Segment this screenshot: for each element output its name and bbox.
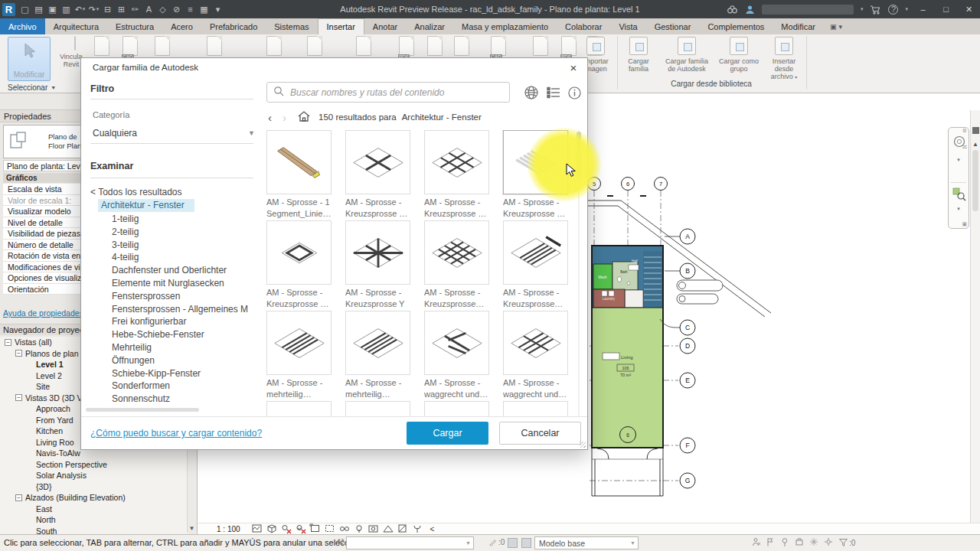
info-icon[interactable] [568, 86, 581, 102]
insert-from-file-button[interactable]: Insertardesde archivo ▾ [763, 37, 805, 78]
select-dropdown[interactable]: Seleccionar ▼ [8, 83, 56, 92]
undo-icon[interactable]: ↶▾ [74, 2, 87, 16]
help-how-to-link[interactable]: ¿Cómo puedo buscar y cargar contenido? [90, 428, 262, 439]
family-thumbnail[interactable] [503, 220, 568, 285]
temporary-hide-icon[interactable] [338, 523, 351, 534]
constraints-icon[interactable] [397, 523, 410, 534]
browser-node[interactable]: North [0, 514, 188, 526]
category-item[interactable]: Öffnungen [112, 355, 256, 368]
scrollbar-thumb[interactable] [577, 132, 581, 178]
family-tile[interactable]: AM - Sprosse - 1Segment_Linie… [266, 130, 332, 220]
worksharing-display-icon[interactable] [411, 523, 424, 534]
crop-view-icon[interactable] [309, 523, 322, 534]
family-tile[interactable]: AM - Sprosse -Kreuzsprosse… [503, 220, 568, 310]
canvas-vertical-scrollbar[interactable]: ▲ [970, 110, 980, 523]
sidebar-horizontal-scrollbar[interactable] [86, 408, 199, 412]
help-icon[interactable]: ? [888, 5, 898, 15]
tree-expander-icon[interactable]: − [15, 394, 22, 401]
gear-icon[interactable]: ⚙ [962, 128, 967, 134]
scrollbar-thumb[interactable] [972, 150, 978, 211]
scroll-up-icon[interactable]: ▲ [971, 141, 980, 148]
results-scrollbar[interactable] [576, 130, 582, 418]
properties-help-link[interactable]: Ayuda de propiedades [3, 308, 83, 318]
family-thumbnail[interactable] [345, 311, 410, 375]
browser-node[interactable]: {3D} [0, 481, 188, 493]
status-toggle-1[interactable] [508, 538, 518, 548]
family-thumbnail[interactable] [266, 311, 332, 375]
forward-icon[interactable]: › [283, 111, 286, 124]
family-tile[interactable] [266, 401, 332, 418]
load-family-button[interactable]: Cargarfamilia [619, 37, 658, 78]
category-item[interactable]: Dachfenster und Oberlichter [112, 265, 256, 278]
scroll-options-icon[interactable] [972, 127, 979, 134]
family-thumbnail[interactable] [424, 130, 489, 194]
print-icon[interactable]: ⊟ [101, 2, 114, 16]
category-item[interactable]: Fenstersprossen [112, 291, 256, 304]
tab-vista[interactable]: Vista [610, 18, 645, 34]
tab-estructura[interactable]: Estructura [107, 18, 162, 34]
dropdown-caret[interactable]: ▾ [96, 6, 100, 12]
tab-colaborar[interactable]: Colaborar [557, 18, 610, 34]
sync-icon[interactable]: ▥ [60, 2, 73, 16]
steering-wheel-icon[interactable]: 2D [952, 135, 967, 150]
pin-select-icon[interactable] [780, 537, 790, 549]
family-tile[interactable]: AM - Sprosse -Kreuzsprosse … [345, 130, 410, 220]
family-tile[interactable]: AM - Sprosse -Kreuzsprosse … [503, 130, 568, 220]
app-store-cart-icon[interactable] [870, 3, 881, 15]
family-tile[interactable] [424, 401, 489, 418]
open-icon[interactable]: ▢ [18, 2, 31, 16]
category-item[interactable]: Sonderformen [112, 380, 256, 393]
family-thumbnail[interactable] [266, 130, 332, 194]
family-thumbnail[interactable] [266, 220, 332, 285]
redo-icon[interactable]: ↷▾ [87, 2, 100, 16]
wheel-caret-icon[interactable]: ▾ [957, 157, 960, 163]
thin-lines-icon[interactable]: ≡ [184, 2, 197, 16]
dialog-close-icon[interactable]: × [567, 60, 580, 74]
editable-count[interactable]: :0 [488, 538, 505, 546]
analytical-model-icon[interactable] [382, 523, 395, 534]
family-tile[interactable]: AM - Sprosse -Kreuzsprosse… [424, 220, 489, 310]
family-thumbnail[interactable] [424, 220, 489, 285]
link-select-icon[interactable] [766, 537, 776, 549]
help-caret-icon[interactable]: ▾ [905, 6, 908, 12]
tab-anotar[interactable]: Anotar [364, 18, 406, 34]
content-search-box[interactable] [266, 82, 510, 103]
visual-style-icon[interactable] [251, 523, 264, 534]
load-autodesk-family-button[interactable]: Cargar familiade Autodesk [658, 37, 715, 78]
family-tile[interactable]: AM - Sprosse -mehrteilig… [266, 311, 332, 400]
editable-only-icon[interactable] [751, 537, 761, 549]
category-item[interactable]: Elemente mit Nurglasecken [112, 278, 256, 291]
cancel-button[interactable]: Cancelar [499, 422, 581, 445]
account-caret-icon[interactable]: ▾ [861, 6, 864, 12]
family-tile[interactable]: AM - Sprosse -mehrteilig… [345, 311, 410, 400]
tree-expander-icon[interactable]: − [15, 350, 22, 357]
browser-node[interactable]: Section Perspective [0, 459, 188, 471]
close-button[interactable]: ✕ [961, 2, 977, 16]
family-tile[interactable]: AM - Sprosse -Kreuzsprosse Y [345, 220, 410, 310]
all-results-back-item[interactable]: < Todos los resultados [90, 187, 182, 197]
category-item[interactable]: Mehrteilig [112, 342, 256, 355]
underlay-select-icon[interactable] [795, 537, 805, 549]
search-help-icon[interactable] [727, 3, 738, 15]
home-icon[interactable] [297, 110, 311, 124]
user-account-icon[interactable] [745, 3, 755, 15]
category-item[interactable]: Fenstersprossen - Allgemeines M [112, 304, 256, 317]
close-hidden-icon[interactable]: ▦ [198, 2, 211, 16]
customize-caret[interactable]: ▾ [211, 2, 224, 16]
category-item[interactable]: 1-teilig [112, 214, 256, 227]
family-thumbnail[interactable] [503, 401, 568, 418]
category-item[interactable]: 2-teilig [112, 227, 256, 240]
collapse-icon[interactable]: < [430, 525, 435, 533]
revit-logo-icon[interactable]: R [2, 3, 15, 16]
family-thumbnail[interactable] [345, 130, 410, 194]
load-as-group-button[interactable]: Cargar comogrupo [717, 37, 761, 78]
family-tile[interactable] [345, 401, 410, 418]
browser-node[interactable]: East [0, 504, 188, 515]
family-thumbnail[interactable] [345, 220, 410, 285]
selected-category-item[interactable]: Architektur - Fenster [98, 199, 194, 212]
dimension-icon[interactable]: ✏ [129, 2, 142, 16]
text-icon[interactable]: A [142, 2, 155, 16]
navbar-options-icon[interactable]: ▣ [962, 221, 967, 227]
category-item[interactable]: Sonnenschutz [112, 393, 256, 406]
browser-node[interactable]: South [0, 526, 188, 535]
